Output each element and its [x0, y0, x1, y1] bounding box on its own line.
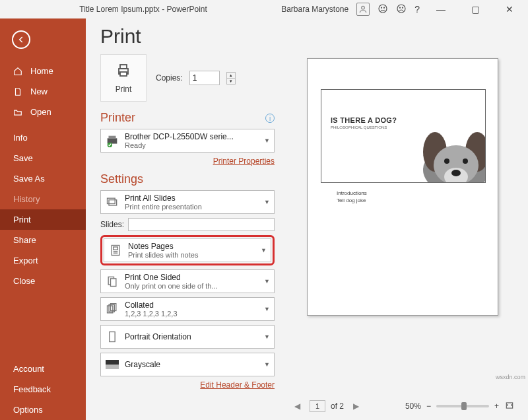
user-name: Barbara Marystone [281, 5, 348, 14]
close-window-button[interactable]: ✕ [496, 4, 523, 15]
edit-header-footer-link[interactable]: Edit Header & Footer [100, 380, 275, 390]
title-bar: Title Lorem Ipsum.pptx - PowerPoint Barb… [0, 0, 528, 18]
slides-input[interactable] [128, 218, 275, 231]
svg-rect-25 [106, 360, 119, 365]
current-page-input[interactable]: 1 [310, 400, 325, 412]
nav-new[interactable]: New [0, 81, 86, 102]
svg-point-32 [451, 170, 461, 176]
print-range-select[interactable]: Print All SlidesPrint entire presentatio… [100, 190, 275, 214]
open-icon [13, 108, 24, 117]
svg-point-33 [444, 158, 449, 164]
svg-rect-11 [109, 136, 116, 139]
printer-ready-icon [105, 133, 119, 148]
layout-select[interactable]: Notes PagesPrint slides with notes ▼ [104, 238, 271, 262]
one-sided-icon [105, 274, 119, 289]
watermark: wsxdn.com [496, 374, 525, 380]
settings-heading: Settings [100, 172, 275, 186]
minimize-button[interactable]: — [428, 4, 454, 15]
printer-icon [114, 63, 133, 81]
zoom-out-button[interactable]: − [426, 402, 431, 411]
print-button-label: Print [116, 85, 132, 94]
svg-rect-16 [114, 247, 118, 250]
nav-home[interactable]: Home [0, 61, 86, 81]
help-icon[interactable]: ? [414, 4, 420, 15]
nav-history: History [0, 189, 86, 209]
maximize-button[interactable]: ▢ [462, 4, 488, 15]
svg-rect-20 [111, 279, 116, 287]
print-button[interactable]: Print [100, 54, 147, 102]
dog-image [403, 120, 486, 183]
nav-save[interactable]: Save [0, 148, 86, 168]
preview-slide: IS THERE A DOG? PHILOSOPHICAL QUESTIONS [321, 89, 486, 183]
collated-icon [105, 302, 119, 316]
nav-share[interactable]: Share [0, 230, 86, 250]
slide-subtitle: PHILOSOPHICAL QUESTIONS [331, 125, 387, 129]
svg-rect-13 [108, 198, 116, 203]
printer-heading: Printer [100, 111, 275, 125]
nav-open[interactable]: Open [0, 102, 86, 122]
nav-close[interactable]: Close [0, 271, 86, 291]
svg-point-34 [463, 158, 468, 164]
nav-feedback[interactable]: Feedback [0, 379, 86, 400]
zoom-in-button[interactable]: + [494, 402, 499, 411]
color-select[interactable]: Grayscale ▼ [100, 353, 275, 376]
svg-rect-8 [120, 65, 127, 69]
zoom-label: 50% [405, 402, 421, 411]
svg-point-1 [379, 5, 387, 13]
collated-select[interactable]: Collated1,2,3 1,2,3 1,2,3 ▼ [100, 297, 275, 321]
svg-rect-26 [106, 365, 119, 369]
nav-print[interactable]: Print [0, 209, 86, 230]
chevron-down-icon: ▼ [264, 137, 270, 144]
page-title: Print [100, 25, 275, 48]
copies-label: Copies: [156, 73, 183, 83]
frown-icon[interactable] [396, 3, 407, 16]
copies-spinner[interactable]: ▲▼ [226, 72, 236, 85]
chevron-down-icon: ▼ [264, 333, 270, 340]
orientation-select[interactable]: Portrait Orientation ▼ [100, 325, 275, 349]
printer-properties-link[interactable]: Printer Properties [100, 157, 275, 166]
sides-select[interactable]: Print One SidedOnly print on one side of… [100, 269, 275, 293]
next-page-button[interactable]: ▶ [349, 402, 363, 411]
chevron-down-icon: ▼ [264, 278, 270, 285]
svg-point-4 [397, 5, 405, 13]
svg-point-2 [381, 7, 382, 8]
chevron-down-icon: ▼ [261, 247, 267, 254]
svg-rect-14 [109, 200, 117, 205]
svg-rect-24 [110, 332, 115, 342]
portrait-icon [105, 330, 119, 344]
backstage-sidebar: Home New Open Info Save Save As History … [0, 18, 86, 420]
document-title: Title Lorem Ipsum.pptx - PowerPoint [5, 5, 281, 14]
preview-note-1: Introductions [337, 190, 484, 197]
back-button[interactable] [12, 30, 30, 49]
print-preview: IS THERE A DOG? PHILOSOPHICAL QUESTIONS … [284, 18, 528, 420]
nav-export[interactable]: Export [0, 250, 86, 271]
highlight-annotation: Notes PagesPrint slides with notes ▼ [100, 235, 275, 265]
nav-save-as[interactable]: Save As [0, 168, 86, 189]
nav-info[interactable]: Info [0, 127, 86, 148]
slides-label: Slides: [100, 220, 124, 229]
svg-point-5 [400, 7, 401, 8]
svg-rect-9 [120, 72, 127, 76]
printer-info-icon[interactable]: i [265, 114, 275, 123]
zoom-slider[interactable] [436, 405, 489, 407]
home-icon [13, 67, 24, 76]
svg-point-6 [403, 7, 403, 8]
copies-input[interactable] [189, 71, 220, 85]
nav-options[interactable]: Options [0, 400, 86, 420]
chevron-down-icon: ▼ [264, 306, 270, 312]
grayscale-icon [105, 357, 119, 372]
printer-select[interactable]: Brother DCP-L2550DW serie...Ready ▼ [100, 129, 275, 153]
svg-point-0 [362, 6, 365, 9]
fit-page-button[interactable] [504, 401, 515, 412]
preview-status-bar: ◀ 1 of 2 ▶ 50% − + [289, 396, 516, 416]
prev-page-button[interactable]: ◀ [290, 402, 304, 411]
smile-icon[interactable] [378, 3, 388, 16]
svg-point-3 [384, 7, 385, 8]
slide-headline: IS THERE A DOG? [331, 116, 397, 124]
new-icon [13, 87, 24, 96]
chevron-down-icon: ▼ [264, 361, 270, 368]
nav-account[interactable]: Account [0, 359, 86, 379]
preview-note-2: Tell dog joke [337, 197, 484, 204]
page-count-label: of 2 [331, 402, 344, 411]
user-avatar-icon[interactable] [356, 3, 370, 16]
